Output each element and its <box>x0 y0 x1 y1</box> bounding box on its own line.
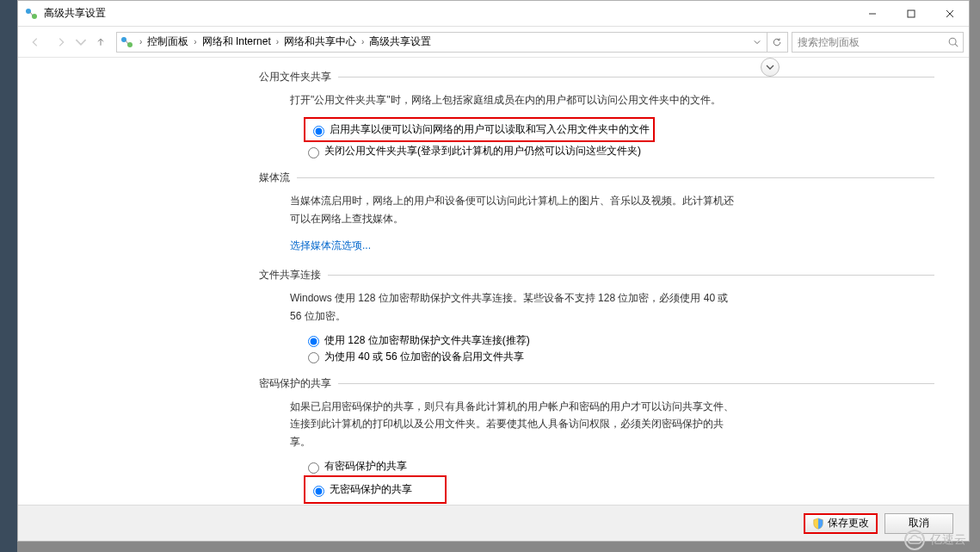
radio-input[interactable] <box>313 126 324 137</box>
section-desc-connection: Windows 使用 128 位加密帮助保护文件共享连接。某些设备不支持 128… <box>290 289 737 325</box>
breadcrumb-item-control-panel[interactable]: 控制面板 <box>144 33 192 51</box>
shield-icon <box>812 518 824 530</box>
public-folder-options: 启用共享以便可以访问网络的用户可以读取和写入公用文件夹中的文件 关闭公用文件夹共… <box>304 117 934 158</box>
chevron-down-icon <box>75 36 87 48</box>
svg-point-7 <box>127 42 133 47</box>
chevron-down-icon <box>754 39 761 46</box>
radio-password-off[interactable]: 无密码保护的共享 <box>309 482 412 497</box>
highlight-box: 无密码保护的共享 <box>304 475 447 504</box>
cancel-label: 取消 <box>909 516 929 530</box>
section-desc-media: 当媒体流启用时，网络上的用户和设备便可以访问此计算机上的图片、音乐以及视频。此计… <box>290 192 737 227</box>
refresh-button[interactable] <box>767 33 786 52</box>
breadcrumb-sep: › <box>192 37 198 47</box>
nav-back-button[interactable] <box>23 30 47 54</box>
svg-point-8 <box>949 38 956 45</box>
divider <box>338 77 934 78</box>
svg-point-0 <box>26 9 31 14</box>
radio-input[interactable] <box>308 147 319 158</box>
section-desc-password: 如果已启用密码保护的共享，则只有具备此计算机的用户帐户和密码的用户才可以访问共享… <box>290 398 737 450</box>
nav-up-button[interactable] <box>89 30 113 54</box>
divider <box>328 275 934 276</box>
save-button[interactable]: 保存更改 <box>804 513 878 534</box>
section-label: 公用文件夹共享 <box>259 70 331 84</box>
breadcrumb: 控制面板 › 网络和 Internet › 网络和共享中心 › 高级共享设置 <box>144 33 748 51</box>
breadcrumb-sep: › <box>360 37 366 47</box>
address-bar[interactable]: › 控制面板 › 网络和 Internet › 网络和共享中心 › 高级共享设置 <box>116 32 788 53</box>
arrow-right-icon <box>55 36 67 48</box>
search-box[interactable] <box>792 32 964 53</box>
nav-recent-button[interactable] <box>75 30 87 54</box>
breadcrumb-sep: › <box>274 37 280 47</box>
search-icon <box>947 36 959 48</box>
window-title: 高级共享设置 <box>44 6 853 21</box>
section-title-public-folder: 公用文件夹共享 <box>259 70 934 84</box>
refresh-icon <box>772 37 782 47</box>
control-panel-window: 高级共享设置 <box>17 0 970 542</box>
media-options-link[interactable]: 选择媒体流选项... <box>290 236 371 256</box>
radio-input[interactable] <box>308 336 319 347</box>
radio-public-folder-off[interactable]: 关闭公用文件夹共享(登录到此计算机的用户仍然可以访问这些文件夹) <box>304 144 934 158</box>
nav-forward-button[interactable] <box>49 30 73 54</box>
radio-label: 为使用 40 或 56 位加密的设备启用文件共享 <box>324 350 524 364</box>
section-desc-public-folder: 打开"公用文件夹共享"时，网络上包括家庭组成员在内的用户都可以访问公用文件夹中的… <box>290 91 737 109</box>
desktop-taskbar-edge <box>0 0 17 552</box>
radio-encryption-40-56[interactable]: 为使用 40 或 56 位加密的设备启用文件共享 <box>304 350 934 364</box>
settings-pane: 公用文件夹共享 打开"公用文件夹共享"时，网络上包括家庭组成员在内的用户都可以访… <box>259 70 934 505</box>
svg-line-9 <box>955 44 958 47</box>
radio-label: 有密码保护的共享 <box>324 459 407 474</box>
breadcrumb-sep: › <box>138 37 144 47</box>
highlight-box: 启用共享以便可以访问网络的用户可以读取和写入公用文件夹中的文件 <box>304 117 655 142</box>
search-input[interactable] <box>796 35 947 49</box>
svg-rect-3 <box>908 10 915 17</box>
titlebar: 高级共享设置 <box>18 1 969 27</box>
minimize-icon <box>868 9 877 18</box>
section-label: 文件共享连接 <box>259 268 321 282</box>
section-label: 密码保护的共享 <box>259 376 331 391</box>
breadcrumb-item-sharing-center[interactable]: 网络和共享中心 <box>280 33 360 51</box>
save-label: 保存更改 <box>828 516 869 530</box>
section-title-media: 媒体流 <box>259 171 934 185</box>
radio-input[interactable] <box>308 462 319 474</box>
close-button[interactable] <box>930 1 969 27</box>
maximize-icon <box>907 9 915 18</box>
radio-public-folder-on[interactable]: 启用共享以便可以访问网络的用户可以读取和写入公用文件夹中的文件 <box>309 122 650 137</box>
radio-label: 使用 128 位加密帮助保护文件共享连接(推荐) <box>324 333 530 348</box>
radio-label: 无密码保护的共享 <box>330 482 412 497</box>
radio-encryption-128[interactable]: 使用 128 位加密帮助保护文件共享连接(推荐) <box>304 333 934 348</box>
cancel-button[interactable]: 取消 <box>884 513 953 534</box>
radio-label: 启用共享以便可以访问网络的用户可以读取和写入公用文件夹中的文件 <box>330 122 650 137</box>
navigation-bar: › 控制面板 › 网络和 Internet › 网络和共享中心 › 高级共享设置 <box>18 27 969 58</box>
close-icon <box>946 9 954 18</box>
radio-input[interactable] <box>308 352 319 363</box>
section-title-connection: 文件共享连接 <box>259 268 934 282</box>
divider <box>338 383 934 384</box>
breadcrumb-item-network[interactable]: 网络和 Internet <box>199 33 274 51</box>
section-label: 媒体流 <box>259 171 290 185</box>
radio-label: 关闭公用文件夹共享(登录到此计算机的用户仍然可以访问这些文件夹) <box>324 144 641 158</box>
footer-bar: 保存更改 取消 <box>18 505 969 541</box>
divider <box>297 177 934 178</box>
network-icon <box>25 7 39 21</box>
content-area[interactable]: 公用文件夹共享 打开"公用文件夹共享"时，网络上包括家庭组成员在内的用户都可以访… <box>18 58 969 505</box>
radio-input[interactable] <box>313 486 324 497</box>
section-title-password: 密码保护的共享 <box>259 376 934 391</box>
minimize-button[interactable] <box>853 1 891 27</box>
breadcrumb-item-advanced-sharing[interactable]: 高级共享设置 <box>366 33 435 51</box>
window-controls <box>853 1 969 27</box>
password-protection-options: 有密码保护的共享 无密码保护的共享 <box>304 459 934 504</box>
connection-encryption-options: 使用 128 位加密帮助保护文件共享连接(推荐) 为使用 40 或 56 位加密… <box>304 333 934 364</box>
svg-point-6 <box>121 37 126 42</box>
address-dropdown-button[interactable] <box>748 33 767 52</box>
network-icon <box>120 35 134 49</box>
maximize-button[interactable] <box>891 1 930 27</box>
arrow-up-icon <box>96 37 106 47</box>
radio-password-on[interactable]: 有密码保护的共享 <box>304 459 934 474</box>
svg-point-1 <box>32 14 37 19</box>
arrow-left-icon <box>29 36 41 48</box>
